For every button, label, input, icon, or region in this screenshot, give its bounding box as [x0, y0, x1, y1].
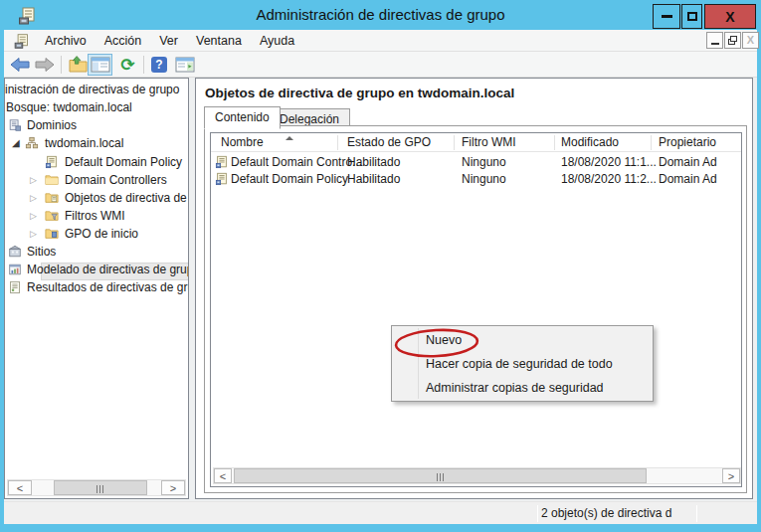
column-separator[interactable] [337, 135, 338, 150]
refresh-icon: ⟳ [120, 57, 134, 74]
collapsed-arrow-icon[interactable]: ▷ [30, 207, 37, 225]
context-menu-item-nuevo[interactable]: Nuevo [420, 328, 651, 352]
tree-item-label: Dominios [27, 116, 77, 134]
context-menu-item-administrar[interactable]: Administrar copias de seguridad [420, 376, 651, 400]
tree-item-label: Default Domain Policy [65, 153, 182, 171]
maximize-button[interactable] [681, 4, 702, 29]
minimize-icon [662, 15, 672, 18]
column-header-filtro[interactable]: Filtro WMI [462, 135, 516, 149]
menu-ver[interactable]: Ver [150, 31, 187, 51]
tree-item-filtros-wmi[interactable]: ▷ Filtros WMI [5, 207, 188, 225]
scroll-left-button[interactable]: < [8, 480, 32, 495]
modeling-icon [8, 263, 22, 276]
results-panel: Objetos de directiva de grupo en twdomai… [195, 78, 753, 499]
tree-item-label: Domain Controllers [65, 171, 167, 189]
maximize-icon [687, 12, 697, 21]
toolbar-separator [143, 56, 144, 74]
folder-icon [45, 173, 59, 187]
title-bar: Administración de directivas de grupo X [0, 0, 761, 30]
tree-item-modelado[interactable]: Modelado de directivas de grup [5, 261, 188, 278]
mdi-minimize-button[interactable] [706, 32, 723, 49]
refresh-button[interactable]: ⟳ [115, 54, 140, 76]
help-button[interactable]: ? [147, 54, 171, 76]
collapsed-arrow-icon[interactable]: ▷ [30, 225, 37, 243]
tree-item-default-domain-policy[interactable]: Default Domain Policy [5, 153, 188, 171]
tree-item-twdomain[interactable]: ◢ twdomain.local [5, 134, 188, 152]
table-row[interactable]: Default Domain Contro... Habilitado Ning… [211, 154, 741, 171]
toolbar-separator [61, 56, 62, 74]
cell-modificado: 18/08/2020 11:2... [561, 171, 657, 188]
cell-modificado: 18/08/2020 11:1... [561, 154, 657, 171]
mdi-close-button[interactable]: X [742, 32, 759, 49]
sort-ascending-icon [285, 136, 293, 140]
console-tree-panel: inistración de directivas de grupo Bosqu… [4, 78, 189, 499]
tab-content-area: Nombre Estado de GPO Filtro WMI Modifica… [204, 125, 747, 493]
column-header-modificado[interactable]: Modificado [561, 135, 619, 149]
gpo-list: Nombre Estado de GPO Filtro WMI Modifica… [210, 132, 742, 487]
menu-archivo[interactable]: Archivo [36, 31, 95, 51]
close-icon: X [725, 10, 734, 24]
mdi-restore-button[interactable] [724, 32, 741, 49]
column-header-propietario[interactable]: Propietario [659, 135, 716, 149]
tree-item-objetos-de-directiva[interactable]: ▷ Objetos de directiva de g [5, 189, 188, 207]
cell-propietario: Domain Ad [659, 171, 717, 188]
show-action-pane-button[interactable] [172, 54, 197, 76]
menu-ayuda[interactable]: Ayuda [251, 31, 303, 51]
cell-filtro: Ninguno [462, 171, 506, 188]
back-arrow-icon [9, 56, 31, 74]
column-separator[interactable] [454, 135, 455, 150]
tree-item-label: twdomain.local [45, 134, 123, 152]
statusbar-separator [696, 505, 697, 522]
context-menu: Nuevo Hacer copia de seguridad de todo A… [391, 325, 654, 402]
scroll-left-button[interactable]: < [214, 468, 232, 483]
scroll-track[interactable] [232, 468, 722, 483]
tree-item-gpo-de-inicio[interactable]: ▷ GPO de inicio [5, 225, 188, 243]
tree-item-label: Bosque: twdomain.local [6, 98, 132, 116]
collapsed-arrow-icon[interactable]: ▷ [30, 171, 37, 189]
column-header-estado[interactable]: Estado de GPO [347, 135, 431, 149]
tab-contenido[interactable]: Contenido [204, 106, 281, 129]
collapsed-arrow-icon[interactable]: ▷ [30, 189, 37, 207]
scroll-right-button[interactable]: > [161, 480, 185, 495]
window-title: Administración de directivas de grupo [0, 6, 761, 23]
tree-item-label: Objetos de directiva de g [65, 189, 189, 207]
mdi-restore-icon [728, 36, 737, 45]
tree-horizontal-scrollbar[interactable]: < > [7, 479, 186, 496]
show-console-tree-button[interactable] [88, 54, 112, 76]
scroll-right-button[interactable]: > [722, 468, 740, 483]
scroll-thumb[interactable] [234, 468, 646, 483]
cell-estado: Habilitado [347, 154, 400, 171]
folder-start-icon [45, 227, 59, 241]
mdi-minimize-icon [711, 43, 719, 45]
status-text: 2 objeto(s) de directiva d [541, 506, 692, 520]
forward-button[interactable] [32, 54, 58, 76]
menu-accion[interactable]: Acción [95, 31, 151, 51]
tree-item-bosque[interactable]: Bosque: twdomain.local [5, 98, 188, 116]
tree-item-root[interactable]: inistración de directivas de grupo [5, 81, 188, 98]
tree-item-resultados[interactable]: Resultados de directivas de grup [5, 278, 188, 296]
folder-filter-icon [45, 209, 59, 223]
tree-item-dominios[interactable]: Dominios [5, 116, 188, 134]
tree-item-label: GPO de inicio [65, 225, 138, 243]
tree-item-label: Filtros WMI [65, 207, 125, 225]
column-separator[interactable] [651, 135, 652, 150]
column-header-nombre[interactable]: Nombre [221, 135, 264, 149]
menu-ventana[interactable]: Ventana [187, 31, 251, 51]
tree-item-label: inistración de directivas de grupo [5, 81, 179, 98]
expanded-arrow-icon[interactable]: ◢ [12, 134, 20, 152]
tree-item-domain-controllers[interactable]: ▷ Domain Controllers [5, 171, 188, 189]
folder-gpo-icon [45, 191, 59, 205]
tree-item-sitios[interactable]: Sitios [5, 243, 188, 261]
list-header: Nombre Estado de GPO Filtro WMI Modifica… [211, 133, 741, 152]
column-separator[interactable] [554, 135, 555, 150]
list-horizontal-scrollbar[interactable]: < > [213, 467, 741, 484]
back-button[interactable] [7, 54, 33, 76]
close-button[interactable]: X [704, 4, 756, 29]
minimize-button[interactable] [653, 4, 680, 29]
console-workspace: inistración de directivas de grupo Bosqu… [4, 78, 757, 524]
context-menu-item-hacer-copia[interactable]: Hacer copia de seguridad de todo [420, 352, 651, 376]
scroll-track[interactable] [32, 480, 161, 495]
table-row[interactable]: Default Domain Policy Habilitado Ninguno… [211, 171, 741, 188]
scroll-thumb[interactable] [54, 480, 147, 495]
folder-up-icon [69, 56, 89, 74]
